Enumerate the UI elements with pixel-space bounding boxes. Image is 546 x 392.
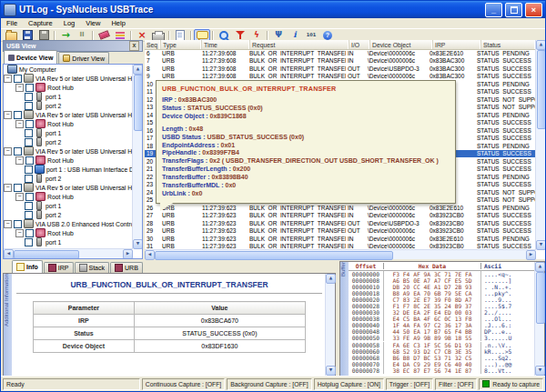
tree-checkbox[interactable] xyxy=(14,75,22,83)
tree-expander-icon[interactable]: − xyxy=(15,120,24,128)
log-row[interactable]: 29URB11:27:39:623BULK_OR_INTERRUPT_TRANS… xyxy=(145,227,536,236)
tab-info[interactable]: Info xyxy=(12,260,43,273)
tree-expander-icon[interactable]: − xyxy=(4,111,12,119)
scroll-up-icon[interactable]: ▲ xyxy=(133,65,143,75)
tab-device-view[interactable]: Device View xyxy=(4,50,57,64)
log-row[interactable]: 30URB11:27:39:623BULK_OR_INTERRUPT_TRANS… xyxy=(145,235,536,243)
column-header-io[interactable]: I/O xyxy=(349,40,370,49)
column-header-request[interactable]: Request xyxy=(250,40,349,49)
tree-checkbox[interactable] xyxy=(25,84,34,92)
tree-item[interactable]: port 2 xyxy=(4,210,142,219)
tree-checkbox[interactable] xyxy=(25,129,33,137)
minimize-button[interactable]: _ xyxy=(485,3,502,17)
tree-hscroll-thumb[interactable] xyxy=(14,250,79,259)
log-row[interactable]: 8URB11:27:39:608BULK_OR_INTERRUPT_TRANSF… xyxy=(145,65,536,73)
tree-checkbox[interactable] xyxy=(14,184,22,192)
tab-driver-view[interactable]: Driver View xyxy=(58,52,109,64)
tree-item[interactable]: −Root Hub xyxy=(4,83,142,92)
tab-urb[interactable]: URB xyxy=(110,262,143,273)
tree-item[interactable]: My Computer xyxy=(4,65,142,74)
tree-item[interactable]: port 1 xyxy=(4,237,142,246)
log-vertical-scrollbar[interactable]: ▲ ▼ xyxy=(535,40,545,250)
tree-item[interactable]: port 2 xyxy=(4,174,142,183)
column-header-deviceobject[interactable]: Device Object xyxy=(370,40,433,49)
scroll-left-icon[interactable]: ◀ xyxy=(4,249,14,259)
scroll-right-icon[interactable]: ▶ xyxy=(526,250,536,260)
tree-item[interactable]: −VIA Rev 5 or later USB Universal Host C xyxy=(4,110,142,119)
tree-item[interactable]: port 1 xyxy=(4,92,142,101)
tree-checkbox[interactable] xyxy=(14,220,22,228)
hex-scroll-thumb[interactable] xyxy=(536,272,545,324)
tree-checkbox[interactable] xyxy=(25,211,33,219)
tree-checkbox[interactable] xyxy=(25,138,33,146)
tree-expander-icon[interactable]: − xyxy=(15,193,24,201)
tree-scroll-thumb[interactable] xyxy=(134,75,143,131)
tree-item[interactable]: −VIA Rev 5 or later USB Universal Host C xyxy=(4,183,142,192)
tree-expander-icon[interactable]: − xyxy=(4,184,12,192)
log-hscroll-thumb[interactable] xyxy=(155,251,393,260)
log-row[interactable]: 6URB11:27:39:608BULK_OR_INTERRUPT_TRANSF… xyxy=(145,49,536,57)
tree-expander-icon[interactable]: − xyxy=(4,147,12,156)
tree-horizontal-scrollbar[interactable]: ◀ ▶ xyxy=(4,248,133,258)
log-row[interactable]: 27URB11:27:39:623BULK_OR_INTERRUPT_TRANS… xyxy=(145,212,536,220)
tree-expander-icon[interactable]: − xyxy=(15,229,24,237)
scroll-up-icon[interactable]: ▲ xyxy=(326,274,336,284)
tree-item[interactable]: −Root Hub xyxy=(4,119,142,128)
log-row[interactable]: 9URB11:27:39:608BULK_OR_INTERRUPT_TRANSF… xyxy=(145,73,536,81)
tree-expander-icon[interactable]: − xyxy=(4,75,12,83)
hex-vertical-scrollbar[interactable]: ▲ ▼ xyxy=(534,262,544,376)
tree-checkbox[interactable] xyxy=(25,193,34,201)
menu-view[interactable]: View xyxy=(80,19,106,27)
tree-expander-icon[interactable]: − xyxy=(15,84,24,92)
tree-item[interactable]: port 1 xyxy=(4,128,142,137)
scroll-up-icon[interactable]: ▲ xyxy=(536,40,546,50)
log-row[interactable]: 26URB11:27:39:623BULK_OR_INTERRUPT_TRANS… xyxy=(145,204,536,212)
scroll-down-icon[interactable]: ▼ xyxy=(536,240,546,250)
tree-checkbox[interactable] xyxy=(25,238,33,246)
tree-item[interactable]: −Root Hub xyxy=(4,228,142,237)
scroll-down-icon[interactable]: ▼ xyxy=(535,366,545,376)
tree-item[interactable]: −VIA USB 2.0 Enhanced Host Controller xyxy=(4,219,142,228)
log-row[interactable]: 28URB11:27:39:623BULK_OR_INTERRUPT_TRANS… xyxy=(145,219,536,227)
menu-log[interactable]: Log xyxy=(58,19,81,27)
menu-help[interactable]: Help xyxy=(106,19,130,27)
tree-vertical-scrollbar[interactable]: ▲ ▼ xyxy=(132,65,142,249)
tree-checkbox[interactable] xyxy=(25,166,33,174)
column-header-type[interactable]: Type xyxy=(161,40,202,49)
tab-irp[interactable]: IRP xyxy=(44,262,74,273)
tree-checkbox[interactable] xyxy=(25,102,33,110)
tree-checkbox[interactable] xyxy=(25,175,33,183)
tree-expander-icon[interactable]: − xyxy=(4,220,12,228)
log-scroll-thumb[interactable] xyxy=(537,50,546,129)
tree-checkbox[interactable] xyxy=(25,229,34,237)
tree-checkbox[interactable] xyxy=(25,120,34,128)
tree-expander-icon[interactable]: − xyxy=(15,156,24,165)
tree-checkbox[interactable] xyxy=(14,147,22,156)
scroll-up-icon[interactable]: ▲ xyxy=(535,262,545,272)
tree-item[interactable]: −Root Hub xyxy=(4,192,142,201)
panel-close-icon[interactable]: x xyxy=(129,41,139,51)
scroll-down-icon[interactable]: ▼ xyxy=(326,366,336,376)
menu-file[interactable]: File xyxy=(1,19,23,27)
column-header-status[interactable]: Status xyxy=(481,40,536,49)
close-button[interactable]: × xyxy=(525,3,542,17)
tree-item[interactable]: port 2 xyxy=(4,101,142,110)
column-header-seq[interactable]: Seq xyxy=(145,40,161,49)
info-vertical-scrollbar[interactable]: ▲ ▼ xyxy=(325,274,335,376)
tree-checkbox[interactable] xyxy=(14,111,22,119)
column-header-time[interactable]: Time xyxy=(202,40,250,49)
tree-checkbox[interactable] xyxy=(25,93,33,101)
tree-item[interactable]: −VIA Rev 5 or later USB Universal Host C xyxy=(4,74,142,83)
tree-item[interactable]: −VIA Rev 5 or later USB Universal Host C xyxy=(4,146,142,156)
tree-checkbox[interactable] xyxy=(25,202,33,210)
tree-item[interactable]: port 1 xyxy=(4,201,142,210)
scroll-right-icon[interactable]: ▶ xyxy=(123,249,133,259)
log-row[interactable]: 7URB11:27:39:608BULK_OR_INTERRUPT_TRANSF… xyxy=(145,57,536,65)
column-header-irp[interactable]: IRP xyxy=(433,40,481,49)
tab-stack[interactable]: Stack xyxy=(75,262,110,273)
tree-item[interactable]: port 1 : USB Human Interface D xyxy=(4,165,142,174)
scroll-down-icon[interactable]: ▼ xyxy=(133,239,143,249)
log-horizontal-scrollbar[interactable]: ◀ ▶ xyxy=(145,249,536,259)
tree-item[interactable]: −Root Hub xyxy=(4,156,142,165)
tree-item[interactable]: port 2 xyxy=(4,137,142,146)
